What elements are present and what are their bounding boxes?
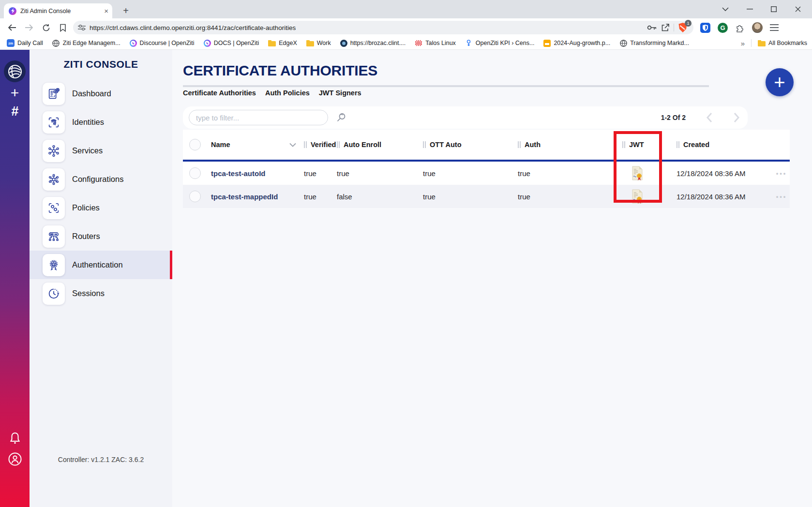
- bookmark-transforming-markd[interactable]: Transforming Markd...: [619, 39, 689, 47]
- browser-tab[interactable]: Ziti Admin Console ×: [4, 3, 112, 18]
- profile-circle-icon[interactable]: [0, 451, 30, 467]
- sidebar-item-configurations[interactable]: Configurations: [30, 165, 172, 194]
- row-menu-icon[interactable]: •••: [776, 193, 787, 200]
- back-button[interactable]: [6, 21, 18, 34]
- url-text[interactable]: https://ctrl.cdaws.clint.demo.openziti.o…: [90, 24, 643, 31]
- bookmark-page-icon[interactable]: [57, 21, 69, 34]
- share-icon[interactable]: [661, 23, 670, 32]
- ca-name[interactable]: tpca-test-mappedId: [211, 193, 278, 201]
- reload-button[interactable]: [40, 21, 52, 34]
- rail-hash-button[interactable]: #: [0, 103, 30, 119]
- new-tab-button[interactable]: +: [119, 4, 133, 17]
- browser-menu-icon[interactable]: [770, 24, 779, 31]
- column-header-ott-auto[interactable]: OTT Auto: [430, 141, 462, 149]
- cell-auto-enroll: true: [337, 169, 423, 178]
- profile-avatar[interactable]: [752, 22, 763, 33]
- bookmark-2024-aug-growth[interactable]: 2024-Aug-growth.p...: [543, 40, 610, 47]
- table-row[interactable]: tpca-test-autoId true true true true 12/…: [183, 162, 790, 185]
- jwt-certificate-icon[interactable]: [631, 189, 677, 204]
- ca-name[interactable]: tpca-test-autoId: [211, 169, 266, 178]
- dashboard-icon: [43, 83, 65, 105]
- forward-button[interactable]: [23, 21, 35, 34]
- sidebar-item-identities[interactable]: Identities: [30, 108, 172, 136]
- ziti-logo-icon[interactable]: [4, 60, 26, 82]
- bookmark-discourse-openziti[interactable]: ϟDiscourse | OpenZiti: [130, 40, 195, 47]
- select-all-checkbox[interactable]: [189, 139, 201, 150]
- tab-jwt-signers[interactable]: JWT Signers: [319, 89, 361, 97]
- extensions-puzzle-icon[interactable]: [735, 23, 745, 32]
- site-settings-icon[interactable]: [78, 24, 86, 31]
- row-checkbox[interactable]: [189, 167, 201, 179]
- grammarly-extension-icon[interactable]: G: [718, 23, 728, 33]
- sidebar-item-label: Routers: [72, 232, 100, 241]
- sidebar-item-dashboard[interactable]: Dashboard: [30, 79, 172, 108]
- bookmark-daily-call[interactable]: zmDaily Call: [7, 39, 43, 47]
- kpi-icon: [465, 39, 473, 47]
- sidebar-item-label: Identities: [72, 118, 104, 127]
- policies-gears-icon: [43, 197, 65, 219]
- table-row[interactable]: tpca-test-mappedId true false true true …: [183, 185, 790, 208]
- bookmarks-overflow-icon[interactable]: »: [741, 39, 745, 47]
- filter-input[interactable]: [189, 110, 328, 125]
- column-header-name[interactable]: Name: [211, 141, 230, 149]
- sort-chevron-icon[interactable]: [289, 143, 296, 147]
- bookmark-talos-linux[interactable]: Talos Linux: [415, 39, 456, 47]
- sidebar-item-sessions[interactable]: Sessions: [30, 279, 172, 308]
- cell-auth: true: [518, 169, 622, 178]
- sidebar-item-services[interactable]: Services: [30, 136, 172, 165]
- close-window-button[interactable]: [792, 3, 804, 15]
- brave-shield-icon[interactable]: 1: [678, 22, 689, 33]
- jwt-certificate-icon[interactable]: [631, 166, 677, 181]
- minimize-button[interactable]: [743, 3, 756, 15]
- page-prev-icon[interactable]: [706, 112, 713, 123]
- notifications-bell-icon[interactable]: [0, 431, 30, 446]
- filter-bar: 1-2 Of 2: [183, 106, 748, 129]
- bookmark-ziti-edge[interactable]: Ziti Edge Managem...: [52, 39, 120, 47]
- sidebar-item-policies[interactable]: Policies: [30, 194, 172, 222]
- bookmarks-bar: zmDaily Call Ziti Edge Managem... ϟDisco…: [0, 37, 812, 50]
- shield-badge: 1: [685, 20, 692, 27]
- all-bookmarks-button[interactable]: All Bookmarks: [758, 40, 807, 46]
- version-footer: Controller: v1.2.1 ZAC: 3.6.2: [30, 456, 172, 463]
- bookmark-docs-openziti[interactable]: ϟDOCS | OpenZiti: [204, 40, 259, 47]
- bookmark-edgex-folder[interactable]: EdgeX: [268, 40, 297, 46]
- sidebar-item-routers[interactable]: Routers: [30, 222, 172, 251]
- talos-icon: [415, 39, 422, 47]
- tab-certificate-authorities[interactable]: Certificate Authorities: [183, 89, 256, 97]
- page-title: CERTIFICATE AUTHORITIES: [183, 62, 377, 79]
- column-header-verified[interactable]: Verified: [311, 141, 336, 149]
- browser-titlebar: Ziti Admin Console × +: [0, 0, 812, 18]
- pagination-label: 1-2 Of 2: [661, 114, 686, 121]
- bookmark-work-folder[interactable]: Work: [306, 40, 331, 46]
- sessions-clock-icon: [43, 283, 65, 305]
- page-next-icon[interactable]: [733, 112, 740, 123]
- column-header-auto-enroll[interactable]: Auto Enroll: [344, 141, 381, 149]
- openziti-ring-icon: ϟ: [204, 40, 211, 47]
- column-header-created[interactable]: Created: [683, 141, 709, 149]
- cell-created: 12/18/2024 08:36 AM: [677, 169, 773, 178]
- row-checkbox[interactable]: [189, 191, 201, 202]
- bitwarden-extension-icon[interactable]: [700, 23, 710, 33]
- row-menu-icon[interactable]: •••: [776, 170, 787, 177]
- tab-auth-policies[interactable]: Auth Policies: [265, 89, 310, 97]
- url-bar[interactable]: https://ctrl.cdaws.clint.demo.openziti.o…: [73, 21, 693, 34]
- tab-close-icon[interactable]: ×: [104, 7, 108, 15]
- title-rule: [183, 85, 709, 87]
- search-icon[interactable]: [335, 112, 347, 123]
- column-header-auth[interactable]: Auth: [525, 141, 541, 149]
- sidebar-item-label: Configurations: [72, 175, 123, 184]
- password-key-icon[interactable]: [647, 24, 657, 31]
- tab-search-icon[interactable]: [719, 3, 732, 15]
- rail-add-button[interactable]: +: [0, 85, 30, 101]
- sidebar-item-label: Dashboard: [72, 89, 111, 98]
- bookmark-openziti-kpi[interactable]: OpenZiti KPI › Cens...: [465, 39, 535, 47]
- folder-icon: [306, 40, 314, 46]
- sidebar-item-label: Policies: [72, 203, 100, 212]
- sidebar-item-authentication[interactable]: Authentication: [30, 251, 172, 279]
- authentication-badge-icon: [43, 254, 65, 276]
- column-header-jwt[interactable]: JWT: [629, 141, 644, 149]
- bookmark-brozac[interactable]: https://brozac.clint....: [340, 40, 406, 47]
- fingerprint-icon: [43, 111, 65, 134]
- maximize-button[interactable]: [767, 3, 780, 15]
- add-certificate-authority-button[interactable]: +: [766, 68, 794, 96]
